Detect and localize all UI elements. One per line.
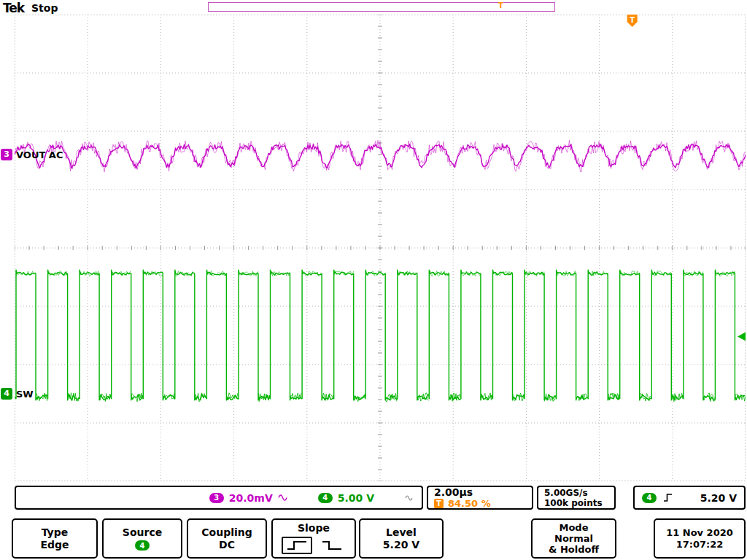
record-view[interactable]: T xyxy=(208,2,555,12)
ch3-scale-readout: 20.0mV xyxy=(229,492,273,504)
trigger-level-arrow[interactable] xyxy=(738,332,746,341)
menu-mode-value-line1: Normal xyxy=(554,533,593,544)
ch3-reference-badge[interactable]: 3 xyxy=(1,149,12,160)
trigger-position-mini-marker: T xyxy=(498,1,503,10)
menu-type-title: Type xyxy=(42,526,69,539)
menu-trigger-slope-button[interactable]: Slope xyxy=(271,518,356,559)
menu-coupling-value: DC xyxy=(219,539,235,551)
acquisition-status: Stop xyxy=(31,2,58,14)
trigger-level-readout: 5.20 V xyxy=(700,492,737,504)
ch4-scale-readout: 5.00 V xyxy=(338,492,374,504)
menu-level-value: 5.20 V xyxy=(383,539,419,551)
trigger-position-flag-label: T xyxy=(630,16,635,24)
menu-trigger-coupling-button[interactable]: Coupling DC xyxy=(187,518,267,559)
oscilloscope-screen: Tek Stop T T 3 VOUT AC 4 SW 3 20.0mV 4 5… xyxy=(0,0,747,560)
ac-coupling-icon xyxy=(278,494,287,502)
trigger-source-badge: 4 xyxy=(642,493,657,503)
ch3-label: VOUT AC xyxy=(16,149,63,160)
menu-type-value: Edge xyxy=(40,539,69,551)
menu-source-value-badge: 4 xyxy=(135,540,150,551)
datetime-box: 11 Nov 2020 17:07:22 xyxy=(654,518,746,559)
menu-mode-value-line2: & Holdoff xyxy=(549,544,599,555)
acquisition-box: 5.00GS/s 100k points xyxy=(537,486,616,510)
rising-slope-option[interactable] xyxy=(282,537,312,554)
timebase-box: 2.00µs T 84.50 % xyxy=(427,486,533,510)
menu-mode-title: Mode xyxy=(560,522,589,533)
ch4-reference-badge[interactable]: 4 xyxy=(1,388,12,400)
menu-coupling-title: Coupling xyxy=(201,526,252,539)
rising-slope-icon xyxy=(286,539,308,552)
timebase-readout: 2.00µs xyxy=(434,487,526,498)
trigger-readout-box: 4 5.20 V xyxy=(633,486,746,510)
sample-rate-readout: 5.00GS/s xyxy=(544,488,614,498)
trigger-position-icon: T xyxy=(434,499,444,508)
falling-slope-option[interactable] xyxy=(318,537,346,554)
menu-trigger-source-button[interactable]: Source 4 xyxy=(102,518,182,559)
trigger-position-readout: 84.50 % xyxy=(448,498,491,509)
graticule-grid xyxy=(15,15,746,481)
falling-slope-icon xyxy=(321,539,343,552)
ch3-badge: 3 xyxy=(209,493,224,503)
menu-trigger-type-button[interactable]: Type Edge xyxy=(12,518,98,559)
waveform-display: T xyxy=(15,15,746,481)
menu-source-title: Source xyxy=(123,526,162,539)
channel-readout-box: 3 20.0mV 4 5.00 V xyxy=(15,486,423,510)
date-readout: 11 Nov 2020 xyxy=(666,527,733,539)
trigger-slope-icon xyxy=(662,492,673,503)
tek-logo: Tek xyxy=(3,1,24,15)
record-length-readout: 100k points xyxy=(544,498,614,508)
menu-slope-title: Slope xyxy=(298,522,330,534)
graticule: T xyxy=(15,15,746,481)
menu-trigger-mode-button[interactable]: Mode Normal & Holdoff xyxy=(531,518,616,559)
menu-level-title: Level xyxy=(386,526,417,539)
ch4-label: SW xyxy=(16,389,34,400)
menu-trigger-level-button[interactable]: Level 5.20 V xyxy=(359,518,444,559)
time-readout: 17:07:22 xyxy=(676,539,724,551)
ch4-badge: 4 xyxy=(318,493,333,503)
waveform-marker-icon xyxy=(405,494,413,502)
